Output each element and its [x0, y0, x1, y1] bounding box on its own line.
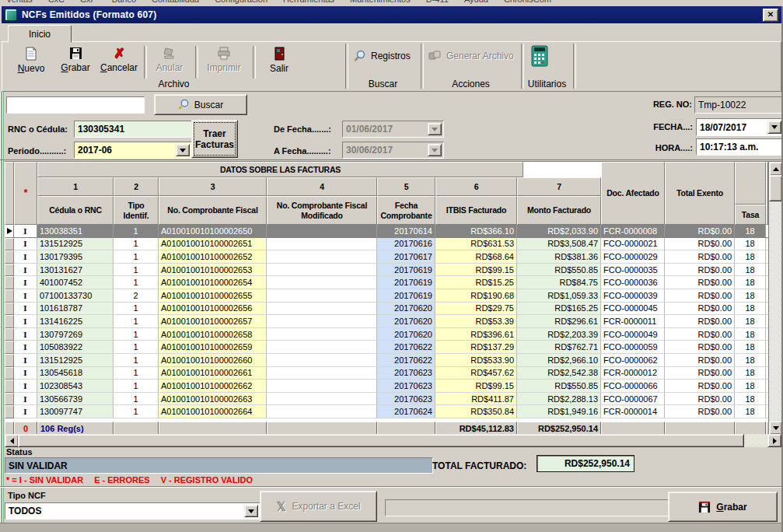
cell-itbis[interactable]: RD$350.84: [435, 405, 517, 418]
cell-doc[interactable]: FCO-0000039: [601, 289, 665, 303]
cell-tasa[interactable]: 18: [735, 238, 766, 251]
cell-status[interactable]: I: [14, 289, 37, 303]
cell-fecha[interactable]: 20170619: [377, 264, 435, 277]
scroll-up-button[interactable]: [769, 162, 782, 176]
horizontal-scrollbar[interactable]: [5, 434, 781, 447]
cell-cedula[interactable]: 130797269: [37, 328, 114, 341]
menu-item[interactable]: ChronisCom: [504, 0, 551, 4]
table-row[interactable]: I4010074521A01001001010000265420170619RD…: [5, 276, 768, 289]
cell-cedula[interactable]: 101618787: [37, 303, 114, 316]
cell-monto[interactable]: RD$2,203.39: [517, 328, 601, 341]
cell-cedula[interactable]: 130038351: [37, 225, 114, 238]
cell-monto[interactable]: RD$550.85: [517, 380, 601, 393]
cell-fecha[interactable]: 20170620: [377, 303, 435, 316]
cell-tasa[interactable]: 18: [735, 341, 766, 354]
cell-tipo[interactable]: 1: [114, 328, 159, 341]
traer-facturas-button[interactable]: Traer Facturas: [191, 120, 238, 158]
cell-exento[interactable]: RD$0.00: [665, 380, 735, 393]
cell-status[interactable]: I: [14, 225, 37, 238]
row-selector[interactable]: [5, 367, 14, 380]
salir-button[interactable]: Salir: [259, 45, 299, 79]
vertical-scroll-thumb[interactable]: [769, 175, 782, 201]
cell-fecha[interactable]: 20170623: [377, 393, 435, 406]
cell-cedula[interactable]: 105083922: [37, 341, 114, 354]
cell-cedula[interactable]: 131512925: [37, 238, 114, 251]
cell-ncf[interactable]: A010010010100002653: [159, 264, 267, 277]
cell-tasa[interactable]: 18: [735, 393, 766, 406]
cell-ncf_mod[interactable]: [267, 405, 377, 418]
cell-cedula[interactable]: 130097747: [37, 405, 114, 418]
cell-itbis[interactable]: RD$533.90: [435, 354, 517, 367]
cell-fecha[interactable]: 20170617: [377, 250, 435, 264]
table-row[interactable]: I1305667391A01001001010000266320170623RD…: [5, 393, 768, 406]
table-row[interactable]: I1314162251A01001001010000265720170620RD…: [5, 315, 768, 328]
cell-exento[interactable]: RD$0.00: [665, 393, 735, 406]
cell-ncf[interactable]: A010010010100002658: [159, 328, 267, 341]
row-selector[interactable]: [5, 354, 14, 367]
cell-monto[interactable]: RD$381.36: [517, 250, 601, 264]
menu-item[interactable]: Contabilidad: [152, 0, 199, 4]
cell-cedula[interactable]: 130566739: [37, 393, 114, 406]
cell-ncf_mod[interactable]: [267, 354, 377, 367]
cell-ncf[interactable]: A010010010100002657: [159, 315, 267, 328]
cell-doc[interactable]: FCR-0000011: [601, 315, 665, 328]
table-row[interactable]: I1315129251A01001001010000266020170622RD…: [5, 354, 768, 367]
cell-tasa[interactable]: 18: [735, 276, 766, 289]
cell-tipo[interactable]: 2: [114, 289, 159, 303]
menu-item[interactable]: Ayuda: [464, 0, 488, 4]
cell-itbis[interactable]: RD$53.39: [435, 315, 517, 328]
cell-ncf_mod[interactable]: [267, 328, 377, 341]
cell-doc[interactable]: FCO-0000066: [601, 380, 665, 393]
cell-tasa[interactable]: 18: [735, 225, 766, 238]
menu-item[interactable]: Configuración: [215, 0, 267, 4]
cell-exento[interactable]: RD$0.00: [665, 328, 735, 341]
cell-exento[interactable]: RD$0.00: [665, 354, 735, 367]
cell-ncf[interactable]: A010010010100002654: [159, 276, 267, 289]
cell-ncf_mod[interactable]: [267, 238, 377, 251]
cell-ncf_mod[interactable]: [267, 315, 377, 328]
cell-doc[interactable]: FCO-0000059: [601, 341, 665, 354]
cell-ncf[interactable]: A010010010100002660: [159, 354, 267, 367]
cell-doc[interactable]: FCO-0000035: [601, 264, 665, 277]
menu-item[interactable]: CxC: [48, 0, 65, 4]
cell-monto[interactable]: RD$1,949.16: [517, 405, 601, 418]
rnc-input[interactable]: 130305341: [74, 121, 192, 138]
cell-tipo[interactable]: 1: [114, 341, 159, 354]
cell-status[interactable]: I: [14, 276, 37, 289]
row-selector[interactable]: [5, 328, 14, 341]
cell-tipo[interactable]: 1: [114, 380, 159, 393]
cell-exento[interactable]: RD$0.00: [665, 250, 735, 264]
cell-cedula[interactable]: 130545618: [37, 367, 114, 380]
cell-ncf_mod[interactable]: [267, 380, 377, 393]
cell-tipo[interactable]: 1: [114, 315, 159, 328]
cell-status[interactable]: I: [14, 250, 37, 264]
cell-tipo[interactable]: 1: [114, 238, 159, 251]
tipo-ncf-combobox[interactable]: TODOS: [5, 502, 260, 520]
cell-ncf[interactable]: A010010010100002659: [159, 341, 267, 354]
scroll-right-button[interactable]: [767, 434, 781, 447]
menu-item[interactable]: Banco: [112, 0, 136, 4]
table-row[interactable]: I1301316271A01001001010000265320170619RD…: [5, 264, 768, 277]
cell-tipo[interactable]: 1: [114, 264, 159, 277]
cell-doc[interactable]: FCR-0000014: [601, 405, 665, 418]
registros-button[interactable]: Registros: [354, 50, 411, 62]
cell-ncf_mod[interactable]: [267, 276, 377, 289]
cell-fecha[interactable]: 20170614: [377, 225, 435, 238]
cell-tasa[interactable]: 18: [735, 405, 766, 418]
close-button[interactable]: ✕: [763, 9, 778, 22]
cell-tasa[interactable]: 18: [735, 354, 766, 367]
table-row[interactable]: I1315129251A01001001010000265120170616RD…: [5, 238, 768, 251]
cell-ncf_mod[interactable]: [267, 289, 377, 303]
cell-cedula[interactable]: 07100133730: [37, 289, 114, 303]
cell-tasa[interactable]: 18: [735, 289, 766, 303]
cell-exento[interactable]: RD$0.00: [665, 264, 735, 277]
table-row[interactable]: I1300383511A01001001010000265020170614RD…: [5, 225, 768, 238]
cell-tasa[interactable]: 18: [735, 264, 766, 277]
cell-ncf_mod[interactable]: [267, 225, 377, 238]
cell-ncf_mod[interactable]: [267, 367, 377, 380]
cell-itbis[interactable]: RD$457.62: [435, 367, 517, 380]
cell-fecha[interactable]: 20170616: [377, 238, 435, 251]
cell-ncf[interactable]: A010010010100002664: [159, 405, 267, 418]
cell-itbis[interactable]: RD$631.53: [435, 238, 517, 251]
row-selector[interactable]: [5, 405, 14, 418]
